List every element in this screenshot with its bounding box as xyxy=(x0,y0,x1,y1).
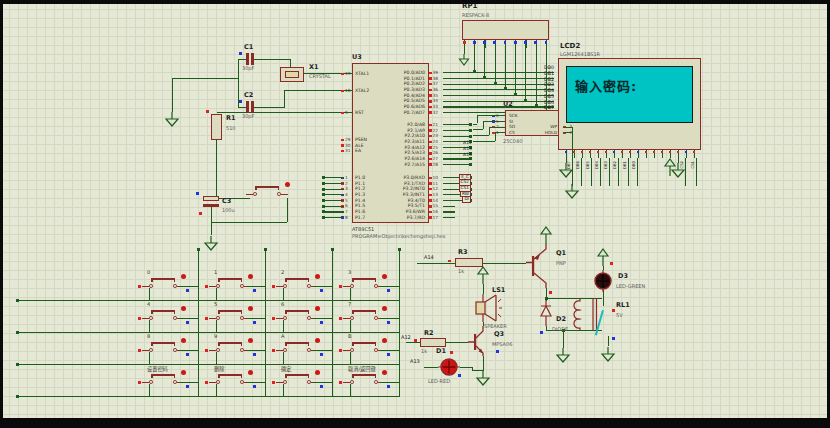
r1-resistor[interactable] xyxy=(211,114,222,140)
push-button[interactable] xyxy=(148,376,178,386)
keypad-key[interactable]: 0 xyxy=(138,268,205,300)
button-actuator-dot[interactable] xyxy=(181,306,186,311)
q1-pnp-transistor[interactable] xyxy=(526,244,548,288)
button-actuator-dot[interactable] xyxy=(181,370,186,375)
d2-diode[interactable] xyxy=(539,300,553,326)
push-button[interactable] xyxy=(215,344,245,354)
keypad-key[interactable]: 6 xyxy=(272,300,339,332)
push-button[interactable] xyxy=(215,280,245,290)
q3-npn-transistor[interactable] xyxy=(468,326,490,356)
wire xyxy=(443,130,471,131)
net-label: DB0 xyxy=(632,161,636,169)
push-button[interactable] xyxy=(282,312,312,322)
c2-capacitor[interactable] xyxy=(246,101,249,113)
wire xyxy=(323,177,344,178)
c3-capacitor[interactable] xyxy=(203,196,219,201)
keypad-key[interactable]: 5 xyxy=(205,300,272,332)
keypad-key[interactable]: A xyxy=(272,332,339,364)
wire xyxy=(323,183,344,184)
wire xyxy=(179,382,198,383)
wire xyxy=(380,286,399,287)
ls1-speaker[interactable] xyxy=(472,294,498,322)
power-icon xyxy=(597,248,609,266)
push-button[interactable] xyxy=(215,376,245,386)
net-a12: A12 xyxy=(401,334,411,340)
d1-led[interactable] xyxy=(438,356,460,378)
button-actuator-dot[interactable] xyxy=(315,370,320,375)
keypad-key[interactable]: 2 xyxy=(272,268,339,300)
button-actuator-dot[interactable] xyxy=(285,182,290,187)
push-button[interactable] xyxy=(148,344,178,354)
lcd-data-bus: DB7DB6DB5DB4DB3DB2DB1DB0 xyxy=(572,158,638,186)
push-button[interactable] xyxy=(349,376,379,386)
x1-value: CRYSTAL xyxy=(309,73,331,79)
button-actuator-dot[interactable] xyxy=(382,306,387,311)
keypad-key-label: 9 xyxy=(214,333,217,339)
wire xyxy=(380,318,399,319)
button-actuator-dot[interactable] xyxy=(248,370,253,375)
button-actuator-dot[interactable] xyxy=(248,338,253,343)
keypad-key[interactable]: 删除 xyxy=(205,364,272,396)
wire xyxy=(323,194,344,195)
wire xyxy=(149,288,150,300)
c2-ref: C2 xyxy=(244,91,253,99)
button-actuator-dot[interactable] xyxy=(181,274,186,279)
push-button[interactable] xyxy=(148,312,178,322)
keypad-key-label: B xyxy=(348,333,352,339)
keypad-key-label: 8 xyxy=(147,333,150,339)
mcu-pin: P3.7/RD17 xyxy=(407,215,425,221)
button-actuator-dot[interactable] xyxy=(181,338,186,343)
c1-capacitor[interactable] xyxy=(246,53,249,65)
net-label: CS1 xyxy=(691,161,695,168)
wire xyxy=(149,352,150,364)
keypad-key[interactable]: B xyxy=(339,332,406,364)
keypad-key[interactable]: 确定 xyxy=(272,364,339,396)
r1-ref: R1 xyxy=(226,114,236,122)
lcd2-body[interactable]: 输入密码: xyxy=(558,58,701,150)
button-actuator-dot[interactable] xyxy=(382,370,387,375)
push-button[interactable] xyxy=(349,280,379,290)
push-button[interactable] xyxy=(282,344,312,354)
ground-icon xyxy=(458,54,470,66)
button-actuator-dot[interactable] xyxy=(382,338,387,343)
d3-led[interactable] xyxy=(592,270,614,292)
button-actuator-dot[interactable] xyxy=(248,274,253,279)
ground-icon xyxy=(204,236,218,252)
lcd2-model: LGM12641BS1R xyxy=(560,51,600,57)
keypad-key[interactable]: 3 xyxy=(339,268,406,300)
push-button[interactable] xyxy=(349,312,379,322)
u3-program: PROGRAM=Objects\kechengsheji.hex xyxy=(352,233,446,239)
c3-value: 100u xyxy=(222,207,235,213)
rp1-respack-body[interactable] xyxy=(462,20,549,40)
keypad-key-label: 确定 xyxy=(281,365,291,372)
wire xyxy=(283,288,284,300)
push-button[interactable] xyxy=(282,376,312,386)
keypad-key[interactable]: 取消/返回键 xyxy=(339,364,406,396)
wire xyxy=(323,211,344,212)
push-button[interactable] xyxy=(349,344,379,354)
power-icon xyxy=(477,266,489,284)
d2-ref: D2 xyxy=(556,315,566,323)
wire xyxy=(283,320,284,332)
x1-crystal[interactable] xyxy=(280,67,304,82)
button-actuator-dot[interactable] xyxy=(315,306,320,311)
push-button[interactable] xyxy=(148,280,178,290)
keypad-key[interactable]: 设置密码 xyxy=(138,364,205,396)
keypad-key[interactable]: 7 xyxy=(339,300,406,332)
rl1-relay-coil[interactable] xyxy=(574,296,604,332)
ground-icon xyxy=(565,184,579,200)
push-button[interactable] xyxy=(215,312,245,322)
keypad-key[interactable]: 9 xyxy=(205,332,272,364)
reset-button[interactable] xyxy=(252,188,282,198)
r2-resistor[interactable] xyxy=(420,338,446,347)
wire xyxy=(380,350,399,351)
button-actuator-dot[interactable] xyxy=(315,274,320,279)
keypad-key[interactable]: 4 xyxy=(138,300,205,332)
button-actuator-dot[interactable] xyxy=(315,338,320,343)
button-actuator-dot[interactable] xyxy=(382,274,387,279)
push-button[interactable] xyxy=(282,280,312,290)
u3-mcu-body[interactable]: 19XTAL1 18XTAL2 9RST 29PSEN30ALE31EA 1P1… xyxy=(352,63,429,223)
button-actuator-dot[interactable] xyxy=(248,306,253,311)
keypad-key[interactable]: 8 xyxy=(138,332,205,364)
keypad-key[interactable]: 1 xyxy=(205,268,272,300)
